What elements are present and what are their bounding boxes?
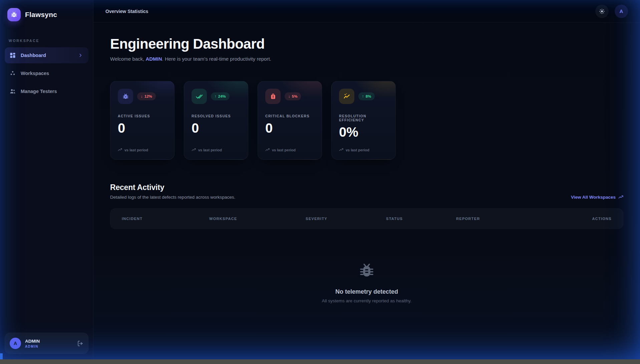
delta-badge: ↓5%	[285, 92, 301, 100]
stat-footnote: vs last period	[339, 148, 388, 152]
empty-state: No telemetry detected All systems are cu…	[110, 262, 623, 303]
column-header-severity: SEVERITY	[306, 217, 386, 221]
empty-state-subtitle: All systems are currently reported as he…	[322, 298, 411, 303]
alert-case-icon	[265, 89, 281, 104]
topbar-title: Overview Statistics	[105, 9, 148, 14]
trending-up-icon	[618, 195, 623, 200]
sidebar: Flawsync WORKSPACE Dashboard	[0, 0, 93, 359]
stat-card-critical-blockers: ↓5% CRITICAL BLOCKERS 0 vs last period	[258, 81, 322, 160]
topbar: Overview Statistics	[93, 0, 640, 23]
welcome-username: ADMIN	[145, 56, 162, 62]
stat-value: 0	[118, 121, 167, 136]
user-role: ADMIN	[25, 345, 40, 348]
stat-value: 0	[192, 121, 241, 136]
stat-footnote: vs last period	[118, 148, 167, 152]
brand-logo	[7, 8, 21, 21]
trending-up-icon	[265, 148, 270, 152]
sun-icon	[599, 8, 605, 14]
user-name: ADMIN	[25, 339, 40, 344]
logout-icon	[77, 340, 83, 347]
main-area: Overview Statistics	[93, 0, 640, 359]
activity-title: Recent Activity	[110, 183, 235, 192]
bottom-screen-strip	[0, 359, 640, 364]
logout-button[interactable]	[77, 340, 83, 347]
activity-heading: Recent Activity Detailed logs of the lat…	[110, 183, 235, 200]
view-all-workspaces-link[interactable]: View All Workspaces	[571, 195, 623, 200]
empty-state-title: No telemetry detected	[335, 288, 398, 295]
column-header-status: STATUS	[386, 217, 456, 221]
sidebar-item-label: Manage Testers	[21, 89, 57, 94]
sidebar-item-dashboard[interactable]: Dashboard	[5, 47, 88, 63]
stat-card-resolved-issues: ↑24% RESOLVED ISSUES 0 vs last period	[184, 81, 248, 160]
cluster-dots-icon	[9, 70, 16, 77]
arrow-up-icon: ↑	[362, 94, 364, 98]
delta-badge: ↑24%	[211, 92, 230, 100]
stat-card-resolution-efficiency: ↑8% RESOLUTION EFFICIENCY 0% vs last per…	[331, 81, 396, 160]
stat-card-active-issues: ↓12% ACTIVE ISSUES 0 vs last period	[110, 81, 175, 160]
sparkle-trend-icon	[339, 89, 354, 104]
chevron-right-icon	[77, 53, 84, 58]
stat-value: 0	[265, 121, 314, 136]
bug-icon	[10, 11, 18, 18]
welcome-text: Welcome back, ADMIN. Here is your team's…	[110, 56, 623, 62]
stat-label: RESOLVED ISSUES	[192, 114, 241, 118]
page-title: Engineering Dashboard	[110, 36, 623, 52]
stats-grid: ↓12% ACTIVE ISSUES 0 vs last period	[110, 81, 623, 160]
app-window: Flawsync WORKSPACE Dashboard	[0, 0, 640, 359]
trending-up-icon	[192, 148, 196, 152]
page-content: Engineering Dashboard Welcome back, ADMI…	[93, 23, 640, 359]
brand-name: Flawsync	[25, 11, 57, 19]
topbar-avatar[interactable]: A	[615, 5, 628, 18]
user-meta: ADMIN ADMIN	[25, 339, 40, 348]
brand: Flawsync	[5, 8, 88, 21]
theme-toggle-button[interactable]	[595, 5, 609, 18]
column-header-reporter: REPORTER	[456, 217, 592, 221]
arrow-down-icon: ↓	[288, 94, 290, 98]
stat-label: ACTIVE ISSUES	[118, 114, 167, 118]
arrow-down-icon: ↓	[141, 94, 143, 98]
user-avatar: A	[10, 338, 21, 349]
users-icon	[9, 88, 16, 95]
sidebar-item-label: Workspaces	[21, 71, 49, 76]
delta-badge: ↓12%	[137, 92, 156, 100]
sidebar-section-label: WORKSPACE	[5, 39, 88, 43]
sidebar-spacer	[5, 99, 88, 333]
stat-value: 0%	[339, 125, 388, 140]
activity-table-header: INCIDENT WORKSPACE SEVERITY STATUS REPOR…	[110, 208, 623, 229]
column-header-actions: ACTIONS	[592, 217, 612, 221]
sidebar-item-manage-testers[interactable]: Manage Testers	[5, 83, 88, 99]
trending-up-icon	[339, 148, 343, 152]
screen-edge-artifact	[0, 353, 3, 359]
column-header-workspace: WORKSPACE	[209, 217, 306, 221]
stat-footnote: vs last period	[265, 148, 314, 152]
stat-footnote: vs last period	[192, 148, 241, 152]
stat-label: CRITICAL BLOCKERS	[265, 114, 314, 118]
activity-subtitle: Detailed logs of the latest defects repo…	[110, 195, 235, 200]
topbar-actions: A	[595, 5, 628, 18]
screen: Flawsync WORKSPACE Dashboard	[0, 0, 640, 364]
sidebar-nav: Dashboard Works	[5, 47, 88, 99]
trending-up-icon	[118, 148, 122, 152]
column-header-incident: INCIDENT	[122, 217, 209, 221]
arrow-up-icon: ↑	[215, 94, 217, 98]
bug-icon	[118, 89, 133, 104]
sidebar-item-workspaces[interactable]: Workspaces	[5, 65, 88, 81]
stat-label: RESOLUTION EFFICIENCY	[339, 114, 388, 122]
layout-dashboard-icon	[9, 52, 16, 59]
recent-activity-section: Recent Activity Detailed logs of the lat…	[110, 183, 623, 303]
delta-badge: ↑8%	[358, 92, 375, 100]
bug-icon	[358, 262, 376, 280]
sidebar-item-label: Dashboard	[21, 53, 46, 58]
check-check-icon	[192, 89, 207, 104]
user-card: A ADMIN ADMIN	[5, 333, 88, 354]
